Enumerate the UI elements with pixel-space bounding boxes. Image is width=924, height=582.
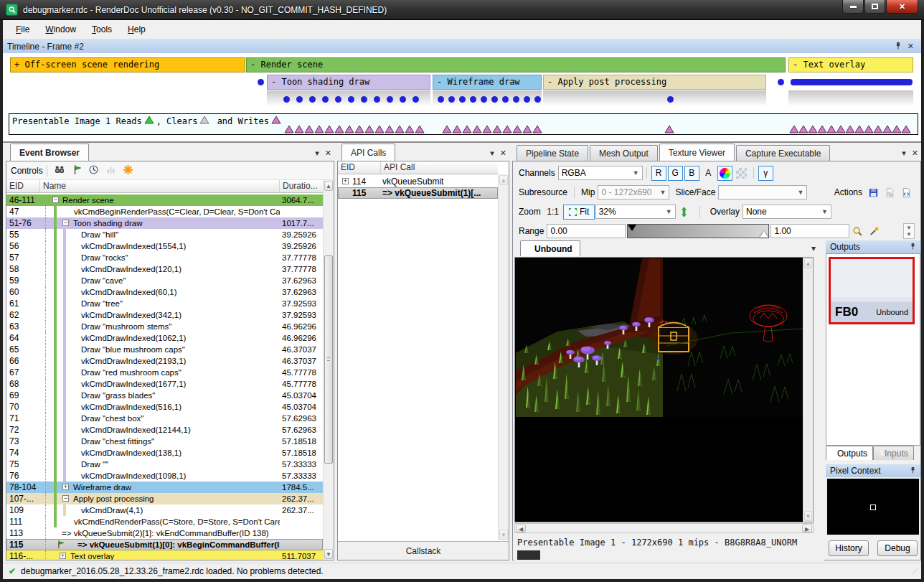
event-list[interactable]: 46-111−Render scene3064.7...47vkCmdBegin…: [6, 194, 323, 560]
menu-file[interactable]: File: [9, 22, 37, 37]
scroll-up-icon[interactable]: ▲: [324, 181, 333, 191]
title-bar[interactable]: debugmarker.rdc - RenderDoc Unofficial r…: [0, 0, 924, 20]
scroll-up-icon[interactable]: ▲: [804, 258, 812, 268]
fb0-thumbnail[interactable]: FB0 Unbound: [829, 257, 915, 324]
bookmark-icon[interactable]: [70, 164, 84, 177]
zoom-fit-button[interactable]: Fit: [563, 205, 595, 220]
event-row[interactable]: 69Draw "grass blades"45.03704: [6, 390, 323, 401]
pixel-context-view[interactable]: [827, 479, 919, 535]
tab-texture-viewer[interactable]: Texture Viewer: [659, 144, 735, 161]
event-row[interactable]: 115=> vkQueueSubmit(1)[0]: vkBeginComman…: [6, 539, 323, 550]
collapse-icon[interactable]: −: [62, 495, 69, 502]
close-icon[interactable]: ✕: [905, 42, 917, 51]
menu-window[interactable]: Window: [38, 22, 83, 37]
col-api-call[interactable]: API Call: [381, 161, 498, 174]
range-min-input[interactable]: 0.00: [547, 224, 626, 238]
expand-icon[interactable]: +: [342, 178, 349, 184]
pin-icon[interactable]: [892, 42, 905, 51]
timeline-marker-bar[interactable]: - Wireframe draw: [433, 75, 542, 90]
green-channel-button[interactable]: G: [668, 166, 683, 181]
scroll-down-icon[interactable]: ▼: [804, 511, 812, 521]
flip-y-icon[interactable]: [676, 205, 692, 220]
api-call-row[interactable]: 115=> vkQueueSubmit(1)[...: [338, 187, 498, 199]
colorwheel-icon[interactable]: [717, 166, 732, 181]
history-button[interactable]: History: [829, 540, 869, 556]
autofit-icon[interactable]: [867, 224, 882, 239]
timeline-marker-bar[interactable]: - Apply post processing: [543, 75, 766, 90]
event-row[interactable]: 71Draw "chest box"57.62963: [6, 413, 323, 424]
close-icon[interactable]: ✕: [909, 149, 921, 158]
maximize-button[interactable]: [864, 0, 885, 14]
find-icon[interactable]: [52, 164, 67, 177]
event-row[interactable]: 55Draw "hill"39.25926: [6, 229, 323, 240]
event-row[interactable]: 61Draw "tree"37.92593: [6, 298, 323, 309]
event-table-header[interactable]: EID Name Duratio...: [6, 180, 323, 193]
expand-icon[interactable]: +: [62, 484, 69, 490]
debug-button[interactable]: Debug: [877, 540, 918, 556]
tab-unbound-texture[interactable]: Unbound: [520, 240, 580, 256]
star-icon[interactable]: [121, 164, 136, 177]
col-eid[interactable]: EID: [338, 161, 381, 174]
expand-icon[interactable]: +: [60, 553, 66, 559]
timeline-marker-bar[interactable]: + Off-screen scene rendering: [10, 57, 245, 72]
zoom-range-icon[interactable]: [850, 224, 865, 239]
api-calls-vscrollbar[interactable]: ▲ ▼: [498, 174, 509, 540]
collapse-icon[interactable]: −: [62, 220, 69, 226]
tab-capture-executable[interactable]: Capture Executable: [736, 145, 830, 161]
event-row[interactable]: 68vkCmdDrawIndexed(1677,1)45.77778: [6, 378, 323, 390]
event-row[interactable]: 66vkCmdDrawIndexed(2193,1)46.37037: [6, 355, 323, 367]
event-row[interactable]: 72vkCmdDrawIndexed(12144,1)57.62963: [6, 424, 323, 436]
range-slider[interactable]: [627, 224, 769, 238]
event-row[interactable]: 46-111−Render scene3064.7...: [6, 194, 323, 206]
close-button[interactable]: ✕: [886, 0, 918, 14]
api-call-row[interactable]: +114vkQueueSubmit: [338, 176, 498, 187]
event-row[interactable]: 107-...−Apply post processing262.37...: [6, 493, 323, 504]
event-browser-vscrollbar[interactable]: ▲ ▼: [323, 180, 334, 560]
tab-event-browser[interactable]: Event Browser: [10, 144, 89, 161]
col-eid[interactable]: EID: [6, 180, 40, 192]
event-row[interactable]: 56vkCmdDrawIndexed(1554,1)39.25926: [6, 240, 323, 252]
menu-help[interactable]: Help: [121, 22, 153, 37]
resize-grip[interactable]: ⋰: [912, 568, 918, 575]
viewport-vscrollbar[interactable]: ▲ ▼: [803, 258, 813, 522]
event-row[interactable]: 57Draw "rocks"37.77778: [6, 252, 323, 263]
api-table-header[interactable]: EID API Call: [338, 161, 498, 174]
tab-mesh-output[interactable]: Mesh Output: [590, 145, 658, 161]
event-row[interactable]: 67Draw "red mushroom caps"45.77778: [6, 367, 323, 378]
zoom-select[interactable]: 32%▼: [595, 205, 676, 219]
range-black-handle[interactable]: [628, 225, 636, 231]
event-row[interactable]: 58vkCmdDrawIndexed(120,1)37.77778: [6, 263, 323, 275]
event-row[interactable]: 65Draw "blue mushroom caps"46.37037: [6, 344, 323, 355]
stats-icon[interactable]: [104, 164, 118, 177]
expand-range-icon[interactable]: ▼▼: [903, 223, 915, 239]
blue-channel-button[interactable]: B: [684, 166, 699, 181]
range-max-input[interactable]: 1.00: [770, 224, 849, 238]
event-row[interactable]: 74vkCmdDrawIndexed(138,1)57.18518: [6, 447, 323, 459]
event-row[interactable]: 78-104+Wireframe draw1784.5...: [6, 482, 323, 493]
timeline-marker-bar[interactable]: - Toon shading draw: [267, 75, 430, 90]
link-icon[interactable]: [882, 185, 897, 200]
api-call-list[interactable]: +114vkQueueSubmit115=> vkQueueSubmit(1)[…: [338, 174, 498, 217]
scroll-thumb[interactable]: [324, 255, 333, 464]
col-name[interactable]: Name: [40, 180, 280, 192]
tab-inputs[interactable]: Inputs: [873, 446, 914, 460]
event-row[interactable]: 111vkCmdEndRenderPass(C=Store, D=Store, …: [6, 516, 323, 527]
event-row[interactable]: 76vkCmdDrawIndexed(1098,1)57.33333: [6, 470, 323, 482]
slice-face-select[interactable]: ▼: [718, 185, 807, 200]
timeline-marker-bar[interactable]: - Render scene: [246, 57, 786, 72]
chevron-down-icon[interactable]: ▾: [312, 149, 322, 158]
chevron-down-icon[interactable]: ▾: [487, 149, 497, 158]
event-row[interactable]: 64vkCmdDrawIndexed(1062,1)46.96296: [6, 332, 323, 344]
timeline-panel[interactable]: Presentable Image 1 Reads , Clears and W…: [3, 53, 921, 143]
tab-pipeline-state[interactable]: Pipeline State: [517, 145, 588, 161]
tab-outputs[interactable]: Outputs: [826, 446, 873, 460]
callstack-section[interactable]: Callstack: [338, 541, 509, 560]
event-row[interactable]: 62vkCmdDrawIndexed(342,1)37.92593: [6, 309, 323, 321]
code-icon[interactable]: [899, 185, 914, 200]
tab-api-calls[interactable]: API Calls: [341, 144, 395, 161]
channels-select[interactable]: RGBA▼: [558, 166, 643, 180]
menu-tools[interactable]: Tools: [85, 22, 119, 37]
event-row[interactable]: 59Draw "cave"37.62963: [6, 275, 323, 286]
red-channel-button[interactable]: R: [651, 166, 666, 181]
scroll-left-icon[interactable]: ◀: [516, 525, 526, 532]
